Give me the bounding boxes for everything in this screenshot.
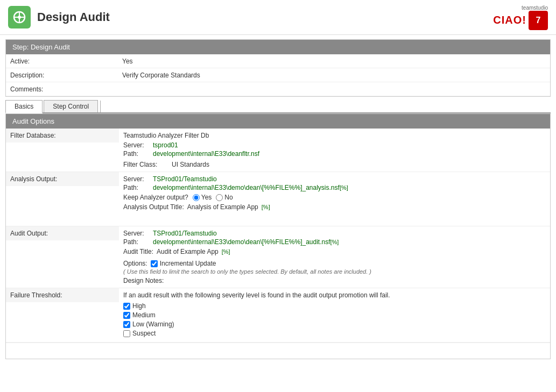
description-label: Description: — [6, 69, 119, 81]
audit-path-tag: [%] — [330, 239, 339, 245]
threshold-low-checkbox[interactable] — [123, 321, 130, 328]
analysis-server-row: Server: TSProd01/Teamstudio — [123, 175, 546, 183]
svg-point-3 — [18, 16, 21, 19]
analysis-output-content: Server: TSProd01/Teamstudio Path: develo… — [119, 172, 550, 226]
analysis-title-row: Analysis Output Title: Analysis of Examp… — [123, 203, 546, 211]
app-header: Design Audit teamstudio CIAO! 7 — [0, 0, 556, 35]
tab-bar: Basics Step Control — [5, 100, 551, 113]
audit-options-header: Audit Options — [6, 114, 550, 129]
incremental-label: Incremental Update — [160, 260, 216, 267]
radio-no-input[interactable] — [216, 194, 223, 201]
step-label: Step: — [12, 43, 29, 51]
step-info-section: Step: Design Audit Active: Yes Descripti… — [5, 39, 551, 97]
audit-server-label: Server: — [123, 230, 153, 237]
active-row: Active: Yes — [6, 54, 550, 68]
filter-path-label: Path: — [123, 150, 153, 158]
audit-path-label: Path: — [123, 238, 153, 246]
threshold-low-label: Low (Warning) — [132, 320, 174, 328]
options-label: Options: — [123, 260, 147, 267]
keep-analyzer-label: Keep Analyzer output? — [123, 194, 188, 201]
threshold-medium[interactable]: Medium — [123, 311, 546, 319]
audit-options-row: Options: Incremental Update — [123, 260, 546, 267]
keep-analyzer-radio[interactable]: Yes No — [193, 194, 233, 201]
main-content: Step: Design Audit Active: Yes Descripti… — [0, 35, 556, 364]
analysis-title-tag: [%] — [262, 204, 270, 210]
active-label: Active: — [6, 55, 119, 67]
audit-output-label: Audit Output: — [6, 226, 119, 240]
threshold-high-checkbox[interactable] — [123, 303, 130, 310]
audit-path-value: development\internal\E33\demo\dean\[%%FI… — [153, 238, 330, 246]
analysis-server-value: TSProd01/Teamstudio — [153, 175, 217, 183]
filter-class-label: Filter Class: — [123, 161, 172, 168]
radio-yes-label: Yes — [201, 194, 212, 201]
design-notes-label: Design Notes: — [123, 277, 164, 284]
filter-database-row: Filter Database: Teamstudio Analyzer Fil… — [6, 129, 550, 172]
incremental-checkbox[interactable] — [151, 260, 158, 267]
analysis-path-tag: [%] — [340, 184, 348, 191]
page-title: Design Audit — [37, 10, 110, 24]
step-header-bar: Step: Design Audit — [6, 40, 550, 54]
audit-output-row: Audit Output: Server: TSProd01/Teamstudi… — [6, 226, 550, 288]
audit-path-row: Path: development\internal\E33\demo\dean… — [123, 238, 546, 246]
header-left: Design Audit — [8, 6, 110, 28]
audit-title-label: Audit Title: — [123, 248, 153, 255]
threshold-suspect-checkbox[interactable] — [123, 330, 130, 337]
filter-path-value: development\internal\E33\deanfltr.nsf — [153, 150, 259, 158]
analysis-path-value: development\internal\E33\demo\dean\[%%FI… — [153, 184, 340, 191]
radio-no-item[interactable]: No — [216, 194, 233, 201]
threshold-medium-label: Medium — [132, 311, 156, 319]
audit-output-content: Server: TSProd01/Teamstudio Path: develo… — [119, 226, 550, 288]
keep-analyzer-row: Keep Analyzer output? Yes No — [123, 194, 546, 201]
analysis-path-label: Path: — [123, 184, 153, 191]
audit-title-tag: [%] — [222, 248, 230, 255]
tab-step-control[interactable]: Step Control — [44, 100, 98, 112]
analysis-server-label: Server: — [123, 175, 153, 183]
brand-ciao-text: CIAO! — [493, 14, 526, 26]
radio-yes-item[interactable]: Yes — [193, 194, 212, 201]
app-logo — [8, 6, 31, 28]
brand-area: teamstudio CIAO! 7 — [493, 5, 548, 30]
failure-threshold-label: Failure Threshold: — [6, 288, 119, 302]
audit-options-wrapper: Audit Options Filter Database: Teamstudi… — [5, 113, 551, 359]
bottom-padding — [6, 343, 550, 359]
audit-title-row: Audit Title: Audit of Example App [%] — [123, 248, 546, 255]
design-notes-row: Design Notes: — [123, 277, 546, 284]
filter-class-row: Filter Class: UI Standards — [123, 161, 546, 168]
threshold-suspect-label: Suspect — [132, 330, 156, 337]
tab-separator — [100, 101, 101, 112]
audit-server-value: TSProd01/Teamstudio — [153, 230, 217, 237]
analysis-path-row: Path: development\internal\E33\demo\dean… — [123, 184, 546, 191]
filter-server-value: tsprod01 — [153, 141, 178, 149]
filter-path-row: Path: development\internal\E33\deanfltr.… — [123, 150, 546, 158]
threshold-medium-checkbox[interactable] — [123, 312, 130, 319]
threshold-low[interactable]: Low (Warning) — [123, 320, 546, 328]
step-name: Design Audit — [31, 43, 70, 51]
filter-db-name: Teamstudio Analyzer Filter Db — [123, 132, 546, 139]
audit-options-note: ( Use this field to limit the search to … — [123, 268, 546, 275]
audit-server-row: Server: TSProd01/Teamstudio — [123, 230, 546, 237]
incremental-checkbox-group[interactable]: Incremental Update — [151, 260, 216, 267]
description-value: Verify Corporate Standards — [119, 69, 550, 81]
brand-sub-text: teamstudio — [493, 5, 548, 11]
failure-threshold-row: Failure Threshold: If an audit result wi… — [6, 288, 550, 343]
filter-server-label: Server: — [123, 141, 153, 149]
radio-no-label: No — [224, 194, 233, 201]
filter-class-value: UI Standards — [172, 161, 209, 168]
options-incremental-row: Options: Incremental Update — [123, 260, 546, 267]
audit-title-value: Audit of Example App — [157, 248, 219, 255]
tab-basics[interactable]: Basics — [5, 100, 43, 113]
analysis-title-label: Analysis Output Title: — [123, 203, 184, 211]
analysis-title-value: Analysis of Example App — [187, 203, 258, 211]
analysis-output-row: Analysis Output: Server: TSProd01/Teamst… — [6, 172, 550, 226]
comments-row: Comments: — [6, 82, 550, 96]
failure-threshold-content: If an audit result with the following se… — [119, 288, 550, 342]
threshold-high-label: High — [132, 302, 146, 310]
filter-database-label: Filter Database: — [6, 129, 119, 142]
radio-yes-input[interactable] — [193, 194, 200, 201]
filter-server-row: Server: tsprod01 — [123, 141, 546, 149]
failure-description: If an audit result with the following se… — [123, 291, 546, 299]
filter-database-content: Teamstudio Analyzer Filter Db Server: ts… — [119, 129, 550, 172]
threshold-high[interactable]: High — [123, 302, 546, 310]
analysis-output-label: Analysis Output: — [6, 172, 119, 186]
threshold-suspect[interactable]: Suspect — [123, 330, 546, 337]
